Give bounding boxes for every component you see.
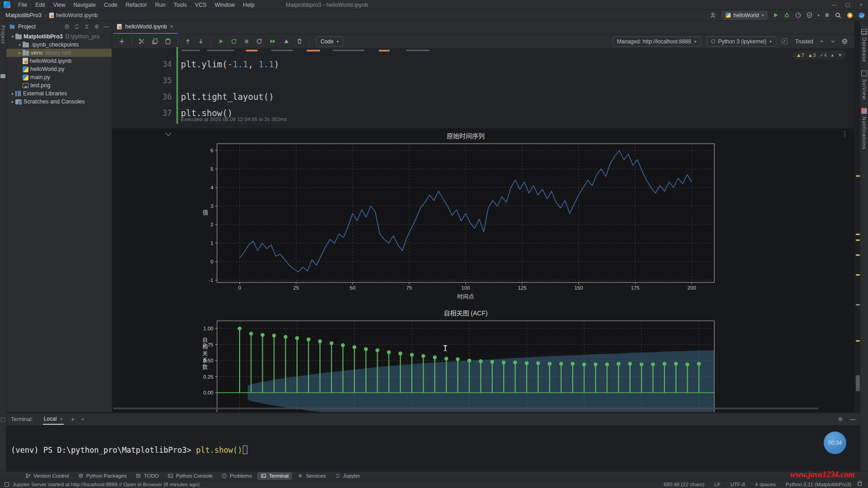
tool-window-button-services[interactable]: Services: [294, 472, 329, 480]
jupyter-server-dropdown[interactable]: Managed: http://localhost:8888 ▾: [613, 37, 701, 47]
locate-file-icon[interactable]: [64, 23, 70, 30]
profiler-button[interactable]: [795, 12, 802, 19]
hide-panel-icon[interactable]: —: [104, 23, 109, 30]
menu-file[interactable]: File: [15, 1, 30, 9]
tool-window-button-python-packages[interactable]: Python Packages: [75, 472, 131, 480]
terminal-settings-icon[interactable]: [837, 416, 844, 422]
prev-problem-icon[interactable]: ▲: [830, 53, 835, 57]
project-panel-title[interactable]: Project: [18, 23, 36, 30]
notification-plugin-icon[interactable]: [846, 12, 854, 19]
collapse-all-icon[interactable]: [84, 23, 90, 30]
terminal-panel-title[interactable]: Terminal:: [11, 416, 33, 422]
run-cell-icon[interactable]: [217, 38, 224, 45]
open-in-browser-icon[interactable]: [841, 38, 848, 45]
trusted-checkbox[interactable]: ✓: [782, 38, 788, 44]
menu-run[interactable]: Run: [152, 1, 169, 9]
folder-stripe-icon[interactable]: [0, 74, 5, 78]
stripe-sciview-item[interactable]: SciView: [860, 70, 868, 100]
cell-type-dropdown[interactable]: Code ▾: [316, 37, 343, 47]
menu-edit[interactable]: Edit: [32, 1, 48, 9]
output-scrollbar[interactable]: [113, 408, 818, 409]
interrupt-kernel-icon[interactable]: [283, 38, 290, 45]
run-configuration-dropdown[interactable]: helloWorld ▾: [722, 11, 768, 20]
code-line-34[interactable]: 34plt.ylim(-1.1, 1.1): [112, 56, 854, 72]
tool-window-button-jupyter[interactable]: Jupyter: [331, 472, 364, 480]
event-log-icon[interactable]: [5, 482, 9, 487]
stop-button[interactable]: [824, 12, 830, 18]
delete-cell-icon[interactable]: [296, 38, 303, 45]
tree-item--ipynb-checkpoints[interactable]: ▸.ipynb_checkpoints: [6, 41, 112, 49]
close-tab-icon[interactable]: ×: [170, 23, 173, 30]
terminal-output[interactable]: (venv) PS D:\python_pro\MatplotlibPro3> …: [6, 426, 860, 455]
tab-helloworld-ipynb[interactable]: helloWorld.ipynb ×: [113, 20, 178, 34]
new-terminal-icon[interactable]: +: [71, 416, 75, 423]
close-terminal-tab-icon[interactable]: ×: [60, 416, 62, 422]
restart-kernel-icon[interactable]: [231, 38, 237, 45]
stop-kernel-icon[interactable]: [244, 38, 250, 44]
menu-help[interactable]: Help: [240, 1, 258, 9]
move-cell-up-icon[interactable]: [184, 38, 191, 45]
next-problem-icon[interactable]: ▼: [838, 53, 842, 57]
tree-item-external-libraries[interactable]: ▸External Libraries: [6, 89, 112, 98]
terminal-tab-local[interactable]: Local×: [43, 414, 64, 425]
hide-terminal-icon[interactable]: —: [850, 416, 855, 422]
line-ending[interactable]: LF: [714, 482, 720, 487]
tree-item-main-py[interactable]: main.py: [6, 73, 112, 81]
output-kebab-icon[interactable]: ⋮: [842, 130, 848, 137]
menu-view[interactable]: View: [50, 1, 69, 9]
tree-item-matplotlibpro3[interactable]: ▾MatplotlibPro3D:\python_pro: [6, 33, 112, 41]
indent-setting[interactable]: 4 spaces: [755, 482, 776, 487]
breadcrumb-project[interactable]: MatplotlibPro3: [5, 12, 42, 19]
caret-position[interactable]: 680:48 (22 chars): [664, 482, 704, 487]
run-all-cells-icon[interactable]: [269, 38, 277, 45]
menu-navigate[interactable]: Navigate: [71, 1, 99, 9]
tree-item-venv[interactable]: ▸venvlibrary root: [6, 49, 112, 57]
debug-button[interactable]: [783, 12, 790, 19]
file-encoding[interactable]: UTF-8: [730, 482, 745, 487]
code-line-35[interactable]: 35: [112, 72, 854, 89]
scroll-down-cell-icon[interactable]: [830, 38, 836, 44]
user-avatar-icon[interactable]: [858, 12, 865, 19]
editor-scrollbar-thumb[interactable]: [856, 375, 860, 391]
inspections-widget[interactable]: ▲7 ▲3 ✓4 ▲ ▼: [792, 51, 846, 60]
cut-cell-icon[interactable]: [138, 38, 145, 45]
add-cell-icon[interactable]: [118, 38, 125, 45]
expand-all-icon[interactable]: [74, 23, 80, 30]
status-message[interactable]: Jupyter Server started at http://localho…: [13, 482, 200, 487]
menu-vcs[interactable]: VCS: [192, 1, 210, 9]
search-everywhere-icon[interactable]: [835, 12, 842, 19]
rerun-icon[interactable]: [256, 38, 263, 45]
tree-item-test-png[interactable]: test.png: [6, 81, 112, 89]
menu-refactor[interactable]: Refactor: [123, 1, 150, 9]
current-user-icon[interactable]: [710, 12, 717, 19]
code-line-36[interactable]: 36plt.tight_layout(): [112, 89, 854, 105]
tool-window-button-python-console[interactable]: Python Console: [164, 472, 216, 480]
menu-tools[interactable]: Tools: [170, 1, 190, 9]
python-interpreter[interactable]: Python 3.11 (MatplotlibPro3): [786, 482, 851, 487]
scroll-up-cell-icon[interactable]: [819, 38, 825, 44]
lock-icon[interactable]: [858, 483, 862, 486]
tree-item-helloworld-py[interactable]: helloWorld.py: [6, 65, 112, 73]
tool-window-button-version-control[interactable]: Version Control: [22, 472, 73, 480]
tree-item-scratches-and-consoles[interactable]: ▸Scratches and Consoles: [6, 98, 112, 106]
tool-window-button-todo[interactable]: TODO: [132, 472, 162, 480]
tool-window-button-problems[interactable]: Problems: [218, 472, 255, 480]
run-button[interactable]: [772, 12, 779, 19]
chevron-down-icon[interactable]: ▾: [817, 13, 820, 18]
tool-window-button-terminal[interactable]: Terminal: [257, 472, 292, 480]
collapse-output-icon[interactable]: [165, 130, 171, 136]
move-cell-down-icon[interactable]: [198, 38, 204, 45]
copy-cell-icon[interactable]: [151, 38, 158, 45]
menu-code[interactable]: Code: [101, 1, 121, 9]
tree-item-helloworld-ipynb[interactable]: helloWorld.ipynb: [6, 57, 112, 65]
breadcrumb-file[interactable]: helloWorld.ipynb: [56, 12, 98, 19]
minimize-button[interactable]: —: [827, 2, 841, 8]
maximize-button[interactable]: ▢: [841, 2, 854, 8]
paste-cell-icon[interactable]: [165, 38, 171, 45]
run-with-coverage-button[interactable]: [806, 12, 813, 19]
close-button[interactable]: ×: [854, 2, 868, 8]
stripe-icon[interactable]: [1, 418, 5, 422]
kernel-dropdown[interactable]: Python 3 (ipykernel) ▾: [707, 37, 776, 47]
terminal-dropdown-icon[interactable]: [80, 417, 85, 422]
stripe-notifications-item[interactable]: Notifications: [860, 108, 868, 150]
